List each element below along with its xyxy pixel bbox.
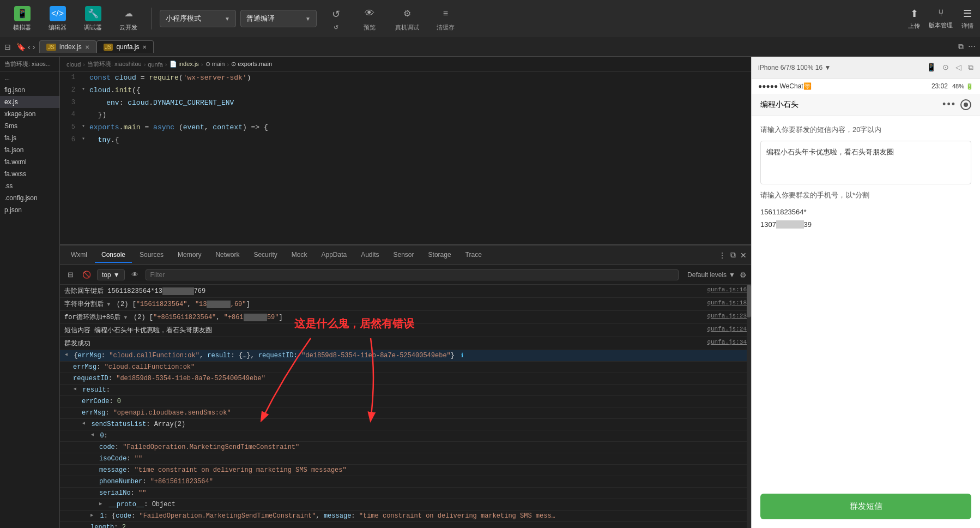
phone-icon-3[interactable]: ◁: [955, 63, 961, 72]
phone-nav-title: 编程小石头: [760, 100, 798, 110]
record-btn[interactable]: [960, 99, 971, 110]
item0-expand-icon[interactable]: ▼: [89, 433, 95, 436]
phone-icon-4[interactable]: ⧉: [968, 63, 973, 72]
tab-close-index[interactable]: ✕: [85, 44, 89, 50]
back-btn[interactable]: ‹: [28, 43, 31, 51]
debugger-btn[interactable]: 🔧 调试器: [77, 3, 108, 35]
tab-icon-js-1: JS: [46, 44, 56, 51]
simulate-btn[interactable]: 📱 模拟器: [7, 3, 38, 35]
phone-model-selector[interactable]: iPhone 6/7/8 100% 16 ▼: [758, 64, 831, 71]
info-icon[interactable]: ℹ: [461, 352, 463, 359]
upload-label: 上传: [908, 22, 920, 30]
cloud-btn[interactable]: ☁ 云开发: [113, 3, 144, 35]
filter-input[interactable]: [146, 269, 679, 280]
tab-mock[interactable]: Mock: [285, 248, 314, 263]
preview-btn[interactable]: 👁 预览: [355, 3, 384, 35]
scrollbar-thumb[interactable]: [747, 285, 751, 317]
source-ref-5[interactable]: qunfa.js:34: [707, 339, 747, 345]
toolbar: 📱 模拟器 </> 编辑器 🔧 调试器 ☁ 云开发 小程序模式 ▼ 普通编译 ▼…: [0, 0, 980, 37]
tab-audits[interactable]: Audits: [354, 248, 385, 263]
tab-wxml[interactable]: Wxml: [64, 248, 94, 263]
forward-btn[interactable]: ›: [33, 43, 35, 51]
obj-message: message: "time constraint on delivering …: [60, 465, 751, 476]
devtools-close-icon[interactable]: ✕: [740, 251, 747, 260]
version-btn[interactable]: ⑂ 版本管理: [929, 8, 953, 29]
devtools-undock-icon[interactable]: ⧉: [730, 250, 736, 260]
tab-trace[interactable]: Trace: [459, 248, 488, 263]
tab-close-qunfa[interactable]: ✕: [142, 44, 147, 50]
phone-btn-area: 群发短信: [752, 485, 980, 528]
sidebar-toggle-btn[interactable]: ⊟: [4, 43, 11, 51]
sidebar-item-fa-wxss[interactable]: fa.wxss: [0, 168, 59, 180]
refresh-btn[interactable]: ↺ ↺: [321, 3, 350, 34]
sidebar-item-fa-json[interactable]: fa.json: [0, 144, 59, 156]
sidebar-item-fa-js[interactable]: fa.js: [0, 132, 59, 144]
sidebar-item-ellipsis[interactable]: ...: [0, 72, 59, 84]
tab-console[interactable]: Console: [95, 248, 132, 263]
tab-security[interactable]: Security: [247, 248, 283, 263]
detail-btn[interactable]: ☰ 详情: [961, 8, 973, 30]
breadcrumb: cloud › 当前环境: xiaoshitou › qunfa › 📄 ind…: [60, 57, 751, 72]
editor-devtools: cloud › 当前环境: xiaoshitou › qunfa › 📄 ind…: [60, 57, 751, 528]
proto0-expand-icon[interactable]: ▶: [99, 501, 102, 507]
upload-btn[interactable]: ⬆ 上传: [908, 8, 920, 30]
tab-network[interactable]: Network: [209, 248, 246, 263]
console-eye-btn[interactable]: 👁: [129, 269, 141, 281]
sendstatus-expand-icon[interactable]: ▼: [81, 422, 86, 424]
send-sms-btn[interactable]: 群发短信: [760, 494, 971, 519]
levels-selector[interactable]: Default levels ▼: [687, 271, 735, 279]
tab-sources[interactable]: Sources: [133, 248, 170, 263]
breadcrumb-qunfa: qunfa: [148, 61, 163, 68]
devtools-panel: Wxml Console Sources Memory Network Secu…: [60, 244, 751, 528]
sidebar-item-sms[interactable]: Sms: [0, 120, 59, 132]
phone-icon-2[interactable]: ⊙: [942, 63, 949, 72]
tab-storage[interactable]: Storage: [422, 248, 458, 263]
obj-expand-root[interactable]: ▼: [63, 353, 69, 356]
debugger-icon: 🔧: [85, 6, 101, 21]
source-ref-4[interactable]: qunfa.js:24: [707, 326, 747, 332]
sidebar-item-config-json[interactable]: .config.json: [0, 192, 59, 204]
item1-expand-icon[interactable]: ▶: [90, 512, 93, 518]
clear-cache-btn[interactable]: ≡ 清缓存: [430, 3, 461, 35]
sidebar-item-ss[interactable]: .ss: [0, 180, 59, 192]
console-clear-btn[interactable]: 🚫: [81, 269, 93, 281]
code-line-6: 6 ▾ tny.{: [60, 134, 751, 147]
breadcrumb-index-js: 📄 index.js: [170, 61, 199, 68]
split-editor-icon[interactable]: ⧉: [958, 42, 964, 51]
context-selector[interactable]: top ▼: [97, 269, 125, 280]
source-ref-1[interactable]: qunfa.js:16: [707, 286, 747, 293]
source-ref-2[interactable]: qunfa.js:18: [707, 299, 747, 306]
sidebar-item-fa-wxml[interactable]: fa.wxml: [0, 156, 59, 168]
console-sidebar-btn[interactable]: ⊟: [64, 269, 76, 281]
compile-dropdown[interactable]: 普通编译 ▼: [240, 10, 317, 27]
phone-top-bar: iPhone 6/7/8 100% 16 ▼ 📱 ⊙ ◁ ⧉: [752, 57, 980, 79]
console-settings-btn[interactable]: ⚙: [740, 270, 747, 280]
clear-label: 清缓存: [437, 23, 455, 32]
sidebar-item-xkage-json[interactable]: xkage.json: [0, 108, 59, 120]
console-toolbar: ⊟ 🚫 top ▼ 👁 Default levels ▼ ⚙: [60, 265, 751, 285]
tab-memory[interactable]: Memory: [171, 248, 208, 263]
sidebar-item-p-json[interactable]: p.json: [0, 204, 59, 216]
tab-index-js[interactable]: JS index.js ✕: [39, 40, 96, 53]
sidebar-item-fig-json[interactable]: fig.json: [0, 84, 59, 96]
source-ref-3[interactable]: qunfa.js:23: [707, 313, 747, 319]
scrollbar-track[interactable]: [747, 285, 751, 528]
result-expand-icon[interactable]: ▼: [72, 387, 77, 390]
settings-icon: ⚙: [740, 271, 747, 279]
debug-btn[interactable]: ⚙ 真机调试: [389, 3, 426, 35]
sidebar-item-ex-js[interactable]: ex.js: [0, 96, 59, 108]
mode-dropdown[interactable]: 小程序模式 ▼: [160, 10, 236, 27]
console-line-4: 短信内容 编程小石头年卡优惠啦，看石头哥朋友圈 qunfa.js:24: [60, 324, 751, 337]
compile-arrow-icon: ▼: [305, 16, 311, 22]
more-tabs-icon[interactable]: ⋯: [968, 42, 976, 51]
phone-sms-text: 编程小石头年卡优惠啦，看石头哥朋友圈: [766, 148, 894, 156]
phone-sms-input[interactable]: 编程小石头年卡优惠啦，看石头哥朋友圈: [760, 141, 971, 184]
editor-btn[interactable]: </> 编辑器: [42, 3, 73, 35]
tab-sensor[interactable]: Sensor: [387, 248, 421, 263]
devtools-more-icon[interactable]: ⋮: [718, 251, 726, 260]
console-line-1: 去除回车键后 15611823564*13________769 qunfa.j…: [60, 285, 751, 298]
tab-appdata[interactable]: AppData: [314, 248, 353, 263]
phone-icon-1[interactable]: 📱: [927, 63, 936, 72]
breadcrumb-env: 当前环境: xiaoshitou: [87, 60, 142, 68]
tab-qunfa-js[interactable]: JS qunfa.js ✕: [96, 40, 154, 53]
